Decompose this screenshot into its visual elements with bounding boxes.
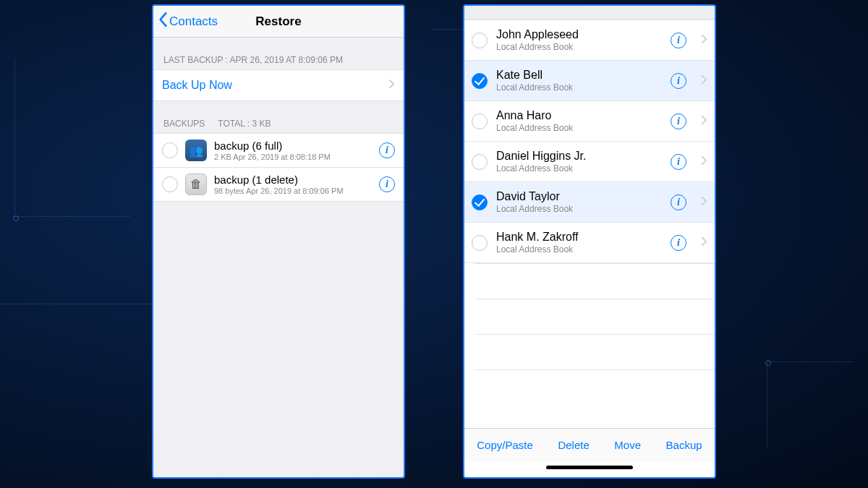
backup-subtitle: 98 bytes Apr 26, 2019 at 8:09:06 PM <box>214 187 372 195</box>
select-radio[interactable] <box>472 73 488 89</box>
backup-title: backup (1 delete) <box>214 174 372 186</box>
contact-source: Local Address Book <box>496 123 662 133</box>
last-backup-header: LAST BACKUP : APR 26, 2019 AT 8:09:06 PM <box>153 38 404 69</box>
contact-name: Kate Bell <box>496 69 662 82</box>
backups-header: BACKUPS TOTAL : 3 KB <box>153 101 404 133</box>
contact-source: Local Address Book <box>496 244 662 254</box>
contact-source: Local Address Book <box>496 82 662 93</box>
chevron-right-icon <box>388 79 395 92</box>
info-icon[interactable]: i <box>671 235 686 251</box>
back-label: Contacts <box>169 14 218 29</box>
contact-name: Anna Haro <box>496 109 662 122</box>
contact-name: John Appleseed <box>496 28 662 41</box>
backup-button[interactable]: Backup <box>666 439 702 451</box>
backup-row[interactable]: 👥backup (6 full)2 KB Apr 26, 2019 at 8:0… <box>153 133 404 168</box>
chevron-right-icon <box>701 236 707 249</box>
backup-row[interactable]: 🗑backup (1 delete)98 bytes Apr 26, 2019 … <box>153 168 404 202</box>
chevron-right-icon <box>701 155 707 168</box>
delete-button[interactable]: Delete <box>558 439 589 451</box>
restore-screen: Contacts Restore LAST BACKUP : APR 26, 2… <box>152 4 405 479</box>
trash-icon: 🗑 <box>185 174 207 195</box>
contact-row[interactable]: Daniel Higgins Jr.Local Address Booki <box>464 142 715 182</box>
chevron-right-icon <box>701 74 707 87</box>
bottom-toolbar: Copy/Paste Delete Move Backup <box>464 428 715 461</box>
backups-header-label: BACKUPS <box>163 119 205 129</box>
contact-list: John AppleseedLocal Address BookiKate Be… <box>464 20 715 263</box>
back-button[interactable]: Contacts <box>153 12 218 31</box>
backup-text: backup (1 delete)98 bytes Apr 26, 2019 a… <box>214 174 372 195</box>
chevron-left-icon <box>158 12 169 31</box>
select-radio[interactable] <box>162 142 178 158</box>
backup-now-button[interactable]: Back Up Now <box>153 69 404 101</box>
backup-title: backup (6 full) <box>214 140 372 152</box>
top-strip <box>464 6 715 20</box>
chevron-right-icon <box>701 115 707 128</box>
backup-text: backup (6 full)2 KB Apr 26, 2019 at 8:08… <box>214 140 372 161</box>
backup-list: 👥backup (6 full)2 KB Apr 26, 2019 at 8:0… <box>153 133 404 202</box>
contact-source: Local Address Book <box>496 42 662 52</box>
select-radio[interactable] <box>472 33 488 48</box>
select-radio[interactable] <box>472 114 488 129</box>
info-icon[interactable]: i <box>379 142 395 158</box>
contact-text: Daniel Higgins Jr.Local Address Book <box>496 150 662 174</box>
chevron-right-icon <box>701 34 707 47</box>
info-icon[interactable]: i <box>671 73 686 89</box>
contact-text: Anna HaroLocal Address Book <box>496 109 662 133</box>
backups-total-label: TOTAL : 3 KB <box>218 119 271 129</box>
info-icon[interactable]: i <box>379 176 395 192</box>
contact-row[interactable]: Anna HaroLocal Address Booki <box>464 101 715 142</box>
navbar: Contacts Restore <box>153 6 404 38</box>
info-icon[interactable]: i <box>671 154 686 170</box>
select-radio[interactable] <box>472 194 488 210</box>
contact-text: Kate BellLocal Address Book <box>496 69 662 93</box>
move-button[interactable]: Move <box>614 439 641 451</box>
home-indicator <box>464 461 715 477</box>
info-icon[interactable]: i <box>671 33 686 48</box>
contact-name: David Taylor <box>496 190 662 203</box>
select-radio[interactable] <box>162 176 178 192</box>
contact-row[interactable]: David TaylorLocal Address Booki <box>464 182 715 223</box>
contacts-select-screen: John AppleseedLocal Address BookiKate Be… <box>463 4 716 479</box>
contact-row[interactable]: John AppleseedLocal Address Booki <box>464 20 715 61</box>
empty-area <box>464 263 715 428</box>
contact-text: Hank M. ZakroffLocal Address Book <box>496 231 662 254</box>
copy-paste-button[interactable]: Copy/Paste <box>477 439 533 451</box>
select-radio[interactable] <box>472 235 488 251</box>
contact-source: Local Address Book <box>496 204 662 214</box>
select-radio[interactable] <box>472 154 488 170</box>
backup-now-label: Back Up Now <box>162 79 232 92</box>
last-backup-text: LAST BACKUP : APR 26, 2019 AT 8:09:06 PM <box>163 55 343 65</box>
contact-name: Daniel Higgins Jr. <box>496 150 662 163</box>
contact-text: John AppleseedLocal Address Book <box>496 28 662 52</box>
contact-row[interactable]: Hank M. ZakroffLocal Address Booki <box>464 223 715 263</box>
backup-subtitle: 2 KB Apr 26, 2019 at 8:08:18 PM <box>214 153 372 161</box>
chevron-right-icon <box>701 196 707 209</box>
contacts-icon: 👥 <box>185 140 207 161</box>
contact-source: Local Address Book <box>496 163 662 174</box>
contact-row[interactable]: Kate BellLocal Address Booki <box>464 61 715 101</box>
contact-text: David TaylorLocal Address Book <box>496 190 662 214</box>
info-icon[interactable]: i <box>671 194 686 210</box>
info-icon[interactable]: i <box>671 114 686 129</box>
contact-name: Hank M. Zakroff <box>496 231 662 244</box>
